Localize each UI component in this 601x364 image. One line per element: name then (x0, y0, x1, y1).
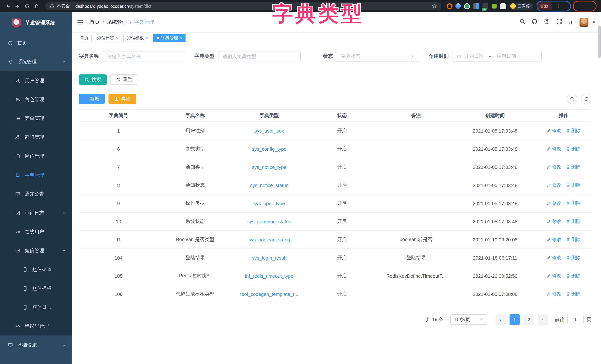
sidebar-item-posts[interactable]: 岗位管理 (0, 147, 72, 165)
app-logo-avatar (12, 18, 21, 27)
dict-type-link[interactable]: sys_common_status (247, 219, 291, 224)
delete-link[interactable]: 删除 (566, 182, 581, 188)
sidebar-item-error-codes[interactable]: </> 错误码管理 (0, 317, 72, 335)
sidebar-toggle-icon[interactable] (77, 20, 83, 24)
sidebar-item-roles[interactable]: 角色管理 (0, 90, 72, 109)
page-tab-sms-log[interactable]: 短信日志 × (94, 34, 122, 42)
dict-type-input[interactable] (218, 51, 301, 61)
dict-type-link[interactable]: sys_oper_type (253, 201, 285, 206)
prev-page-button[interactable]: ‹ (495, 314, 506, 325)
user-avatar[interactable] (580, 18, 588, 27)
security-label[interactable]: 不安全 (57, 3, 70, 9)
goto-page-input[interactable] (567, 315, 584, 324)
browser-back-button[interactable] (4, 2, 12, 10)
page-tab-sms-template[interactable]: 短信模板 × (123, 34, 151, 42)
dict-type-link[interactable]: inf_redis_timeout_type (245, 273, 293, 279)
header-search-icon[interactable] (519, 19, 525, 26)
sidebar-item-users[interactable]: 用户管理 (0, 71, 72, 90)
font-size-icon[interactable]: TT (568, 20, 573, 25)
sidebar-item-sms-channel[interactable]: 短信渠道 (0, 260, 72, 279)
close-icon[interactable]: × (116, 36, 118, 40)
sidebar-item-online-users[interactable]: 在线用户 (0, 222, 72, 241)
next-page-button[interactable]: › (538, 314, 548, 325)
extension-grid-icon[interactable] (473, 3, 479, 9)
export-button[interactable]: 导出 (109, 94, 136, 104)
edit-link[interactable]: 修改 (547, 146, 561, 152)
reset-button[interactable]: 重置 (110, 74, 138, 85)
dict-table: 字典编号 字典名称 字典类型 状态 备注 创建时间 操作 1 用户性别 sys_… (79, 109, 591, 303)
delete-link[interactable]: 删除 (566, 164, 581, 170)
sidebar-item-infrastructure[interactable]: 基础设施 (0, 335, 72, 354)
table-row: 6 参数类型 sys_config_type 开启 2021-01-05 17:… (79, 140, 591, 158)
browser-address-bar[interactable]: 不安全 dashboard.yudao.iocoder.cn/system/di… (45, 2, 441, 10)
edit-link[interactable]: 修改 (547, 128, 561, 134)
breadcrumb-home[interactable]: 首页 (90, 19, 100, 26)
search-button[interactable]: 搜索 (79, 74, 107, 85)
edit-link[interactable]: 修改 (547, 236, 561, 243)
extension-orange-icon[interactable] (447, 3, 452, 9)
dict-type-link[interactable]: tool_codegen_template_t... (240, 291, 298, 297)
delete-link[interactable]: 删除 (566, 146, 581, 152)
dict-type-link[interactable]: sys_login_result (252, 255, 286, 261)
dict-type-link[interactable]: sys_boolean_string (249, 237, 290, 242)
page-tab-dictionary[interactable]: 字典管理 × (153, 34, 186, 42)
dict-name-input[interactable] (103, 51, 185, 61)
table-refresh-button[interactable] (581, 94, 591, 104)
delete-link[interactable]: 删除 (566, 200, 581, 206)
sidebar-item-sms-log[interactable]: 短信日志 (0, 298, 72, 317)
edit-link[interactable]: 修改 (547, 182, 561, 188)
delete-link[interactable]: 删除 (566, 128, 581, 134)
dict-type-link[interactable]: sys_config_type (252, 146, 286, 152)
edit-link[interactable]: 修改 (547, 218, 561, 225)
paused-extension-badge[interactable]: 已暂停 (509, 3, 533, 10)
edit-link[interactable]: 修改 (547, 254, 561, 261)
extension-leaf-icon[interactable] (492, 4, 497, 9)
sidebar-item-notices[interactable]: 通知公告 (0, 184, 72, 203)
close-icon[interactable]: × (146, 36, 148, 40)
delete-link[interactable]: 删除 (566, 273, 581, 279)
github-icon[interactable] (531, 19, 538, 26)
delete-link[interactable]: 删除 (566, 236, 581, 243)
browser-home-button[interactable] (33, 2, 41, 10)
sidebar-item-departments[interactable]: 部门管理 (0, 128, 72, 147)
extension-green-icon[interactable] (464, 3, 470, 9)
edit-link[interactable]: 修改 (547, 164, 561, 170)
avatar-caret-icon[interactable] (592, 21, 595, 23)
sidebar-item-home[interactable]: 首页 (0, 33, 72, 52)
bookmark-star-icon[interactable] (432, 3, 437, 9)
dict-type-link[interactable]: sys_user_sex (255, 128, 284, 133)
delete-link[interactable]: 删除 (566, 218, 581, 225)
extensions-puzzle-icon[interactable] (500, 3, 506, 9)
sidebar-item-system[interactable]: 系统管理 (0, 52, 72, 71)
sidebar-item-sms[interactable]: 短信管理 (0, 241, 72, 260)
page-button-1[interactable]: 1 (510, 314, 520, 325)
edit-link[interactable]: 修改 (547, 200, 561, 206)
add-button[interactable]: + 新增 (79, 94, 105, 104)
fullscreen-icon[interactable] (556, 19, 562, 26)
extension-dark-icon[interactable]: on (482, 3, 488, 9)
dict-type-link[interactable]: sys_notice_status (250, 182, 289, 188)
sidebar-item-menus[interactable]: 菜单管理 (0, 109, 72, 128)
extension-gem-icon[interactable] (455, 3, 462, 10)
sidebar-item-audit-log[interactable]: 审计日志 (0, 203, 72, 222)
sidebar-item-sms-template[interactable]: 短信模板 (0, 279, 72, 298)
browser-reload-button[interactable] (23, 2, 31, 10)
delete-link[interactable]: 删除 (566, 291, 581, 297)
help-icon[interactable] (544, 19, 550, 26)
edit-link[interactable]: 修改 (547, 273, 561, 279)
dict-type-link[interactable]: sys_notice_type (252, 164, 286, 170)
sidebar-item-dictionary[interactable]: 字典管理 (0, 165, 72, 184)
scrollbar-thumb[interactable] (598, 26, 601, 58)
page-size-select[interactable]: 10条/页 (450, 314, 487, 325)
edit-link[interactable]: 修改 (547, 291, 561, 297)
url-text[interactable]: dashboard.yudao.iocoder.cn/system/dict (75, 4, 151, 8)
browser-forward-button[interactable] (13, 2, 21, 10)
breadcrumb-system[interactable]: 系统管理 (107, 19, 127, 26)
page-button-2[interactable]: 2 (524, 314, 534, 325)
page-tab-home[interactable]: 首页 (77, 34, 92, 42)
status-select[interactable]: 字典状态 (337, 51, 419, 62)
delete-link[interactable]: 删除 (566, 254, 581, 261)
close-icon[interactable]: × (180, 36, 182, 40)
date-range-picker[interactable]: 开始日期 ~ 结束日期 (452, 51, 542, 62)
table-search-toggle-button[interactable] (567, 94, 577, 104)
